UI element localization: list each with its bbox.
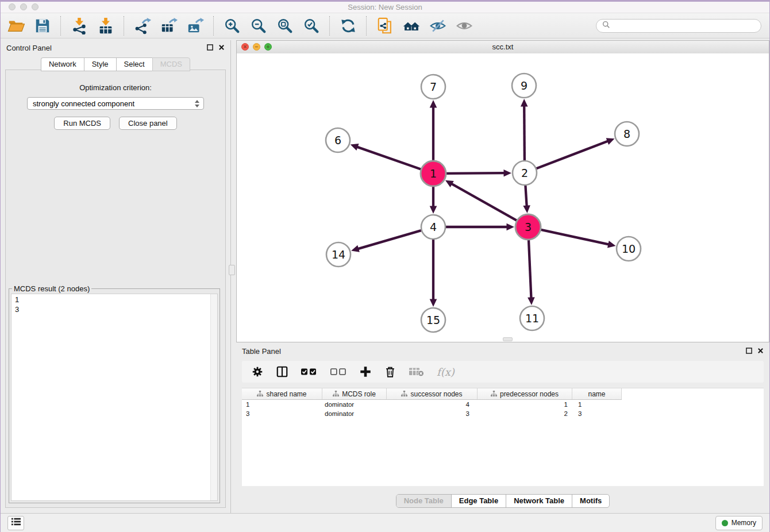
zoom-in-button[interactable] [222,16,242,36]
edge-arrowhead [607,241,616,248]
column-header-mcds-role[interactable]: MCDS role [322,388,387,399]
table-row[interactable]: 1dominator411 [242,400,622,409]
network-canvas[interactable]: 1234678910111415 [237,53,769,342]
table-cell[interactable]: 3 [572,410,622,417]
delete-table-button[interactable] [409,366,425,377]
close-network-button[interactable]: × [241,43,249,51]
close-panel-button[interactable]: Close panel [119,117,177,130]
table-cell[interactable]: 1 [478,401,572,408]
select-all-button[interactable] [301,367,318,376]
add-row-button[interactable] [359,365,372,378]
column-header-predecessor-nodes[interactable]: predecessor nodes [478,388,572,399]
column-header-shared-name[interactable]: shared name [242,388,322,399]
edge-3-11[interactable] [529,240,531,299]
table-cell[interactable]: 3 [387,410,478,417]
table-cell[interactable]: 1 [242,401,322,408]
export-network-button[interactable] [133,16,152,36]
minimize-network-button[interactable]: − [253,43,260,51]
network-window: × − + scc.txt 1234678910111415 [236,40,769,342]
function-builder-button[interactable]: f(x) [437,366,455,378]
floppy-disk-icon [34,17,51,34]
tab-edge-table[interactable]: Edge Table [452,495,506,507]
table-cell[interactable]: 2 [478,410,572,417]
edge-2-3[interactable] [525,186,526,207]
close-panel-icon[interactable] [218,44,225,52]
hide-details-button[interactable] [428,16,448,36]
window-title: Session: New Session [348,3,422,11]
table-row[interactable]: 3dominator323 [242,409,622,418]
import-table-button[interactable] [96,16,116,36]
toolbar-separator [213,16,214,36]
tab-motifs[interactable]: Motifs [572,495,609,507]
search-box[interactable] [596,19,761,33]
edge-4-14[interactable] [357,230,421,249]
canvas-resize-grip[interactable] [503,337,513,341]
deselect-all-button[interactable] [330,367,347,376]
checked-boxes-icon [301,367,318,376]
node-label-15: 15 [426,314,440,326]
share-document-button[interactable] [375,16,395,36]
home-view-icon-button[interactable] [402,16,421,36]
tab-network[interactable]: Network [41,57,84,71]
edge-1-6[interactable] [357,147,421,169]
column-header-successor-nodes[interactable]: successor nodes [387,388,478,399]
criterion-dropdown[interactable]: strongly connected component [27,97,204,110]
edge-3-1[interactable] [451,183,517,220]
save-session-button[interactable] [33,16,52,36]
float-table-panel-icon[interactable] [746,347,752,356]
table-panel: Table Panel f(x) shared nameMCDS rolesuc… [236,344,769,513]
edge-3-10[interactable] [541,230,609,245]
edge-2-9[interactable] [524,105,525,160]
refresh-view-button[interactable] [338,16,358,36]
table-cell[interactable]: 3 [242,410,322,417]
export-table-button[interactable] [159,16,179,36]
zoom-network-button[interactable]: + [264,43,272,51]
tab-node-table[interactable]: Node Table [396,495,452,507]
tab-style[interactable]: Style [84,57,116,71]
delete-row-button[interactable] [384,365,396,378]
edge-arrowhead [430,206,437,214]
close-table-panel-icon[interactable] [757,347,764,356]
run-mcds-button[interactable]: Run MCDS [54,117,110,130]
mcds-result-area[interactable]: 1 3 [11,294,218,501]
unchecked-boxes-icon [330,367,347,376]
table-cell[interactable]: 1 [572,401,622,408]
tab-select[interactable]: Select [116,57,152,71]
show-details-button[interactable] [455,16,474,36]
trash-icon [384,365,396,378]
search-input[interactable] [614,21,755,30]
network-window-titlebar[interactable]: × − + scc.txt [237,41,769,54]
export-table-icon [160,17,178,34]
sort-tree-icon [491,391,497,397]
show-columns-button[interactable] [276,365,288,378]
table-options-button[interactable] [251,365,264,378]
table-cell[interactable]: dominator [322,410,387,417]
float-panel-icon[interactable] [207,44,213,52]
memory-button[interactable]: Memory [715,516,763,530]
minimize-window-button[interactable] [20,3,27,10]
table-cell[interactable]: 4 [387,401,478,408]
column-header-name[interactable]: name [572,388,622,399]
result-scrollbar[interactable] [210,294,217,500]
tab-network-table[interactable]: Network Table [506,495,572,507]
edge-arrowhead [528,297,535,305]
close-window-button[interactable] [9,3,16,10]
export-image-button[interactable] [186,16,205,36]
open-session-button[interactable] [6,16,26,36]
tab-mcds[interactable]: MCDS [152,57,190,71]
edge-arrowhead [351,144,359,151]
zoom-fit-button[interactable] [275,16,295,36]
function-fx-icon: f(x) [437,366,455,378]
zoom-window-button[interactable] [32,3,38,10]
node-label-14: 14 [332,248,345,261]
zoom-out-button[interactable] [249,16,268,36]
splitter-handle[interactable] [229,265,235,275]
task-history-button[interactable] [7,516,24,530]
refresh-icon [340,17,357,34]
toolbar-separator [60,16,61,36]
edge-2-8[interactable] [537,141,609,168]
edge-1-2[interactable] [446,173,505,174]
import-network-button[interactable] [70,16,89,36]
table-cell[interactable]: dominator [322,401,387,408]
zoom-selected-button[interactable] [302,16,321,36]
